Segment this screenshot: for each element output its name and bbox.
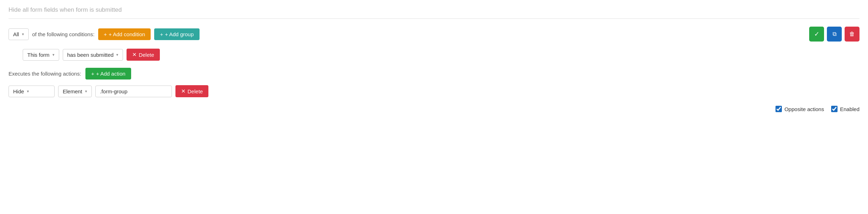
chevron-down-icon: ▾ — [116, 53, 118, 57]
opposite-actions-label[interactable]: Opposite actions — [775, 106, 824, 112]
copy-button[interactable]: ⧉ — [827, 27, 842, 42]
plus-icon-3: + — [91, 71, 94, 77]
delete-action-label: Delete — [187, 88, 203, 94]
operator-label: All — [13, 31, 19, 37]
trash-icon: 🗑 — [849, 31, 855, 37]
plus-icon-2: + — [160, 31, 163, 37]
action-type-dropdown[interactable]: Hide ▾ — [9, 86, 55, 97]
actions-label-row: Executes the following actions: + + Add … — [9, 68, 859, 79]
add-condition-button[interactable]: + + Add condition — [98, 28, 151, 40]
opposite-actions-checkbox[interactable] — [775, 106, 782, 112]
condition-predicate-label: has been submitted — [67, 52, 114, 58]
delete-rule-button[interactable]: 🗑 — [845, 27, 859, 42]
action-item: Hide ▾ Element ▾ ✕ Delete — [9, 85, 859, 97]
page-title: Hide all form fields when form is submit… — [9, 6, 859, 19]
chevron-down-icon: ▾ — [52, 53, 55, 57]
x-icon: ✕ — [132, 51, 137, 58]
x-icon-2: ✕ — [181, 88, 186, 94]
add-group-label: + Add group — [165, 31, 194, 37]
actions-label: Executes the following actions: — [9, 71, 81, 77]
chevron-down-icon: ▾ — [85, 89, 87, 94]
toolbar-buttons: ✓ ⧉ 🗑 — [809, 27, 859, 42]
conditions-label: of the following conditions: — [32, 31, 95, 37]
chevron-down-icon: ▾ — [22, 32, 24, 37]
condition-subject-dropdown[interactable]: This form ▾ — [23, 49, 59, 61]
delete-condition-button[interactable]: ✕ Delete — [127, 49, 159, 61]
enabled-text: Enabled — [840, 106, 859, 112]
opposite-actions-text: Opposite actions — [784, 106, 824, 112]
action-target-dropdown[interactable]: Element ▾ — [58, 86, 92, 97]
add-action-label: + Add action — [96, 71, 125, 77]
rule-editor: Hide all form fields when form is submit… — [0, 0, 868, 121]
check-icon: ✓ — [814, 30, 819, 38]
add-condition-label: + Add condition — [108, 31, 145, 37]
copy-icon: ⧉ — [833, 31, 836, 37]
delete-action-button[interactable]: ✕ Delete — [175, 85, 208, 97]
action-type-label: Hide — [13, 88, 24, 94]
action-target-label: Element — [63, 88, 82, 94]
plus-icon: + — [104, 31, 107, 37]
enabled-checkbox[interactable] — [831, 106, 838, 112]
delete-condition-label: Delete — [139, 52, 154, 58]
conditions-row: All ▾ of the following conditions: + + A… — [9, 27, 859, 42]
condition-predicate-dropdown[interactable]: has been submitted ▾ — [63, 49, 123, 61]
condition-item: This form ▾ has been submitted ▾ ✕ Delet… — [23, 49, 859, 61]
bottom-row: Opposite actions Enabled — [9, 106, 859, 112]
chevron-down-icon: ▾ — [27, 89, 29, 94]
confirm-button[interactable]: ✓ — [809, 27, 824, 42]
condition-subject-label: This form — [27, 52, 50, 58]
actions-section: Executes the following actions: + + Add … — [9, 68, 859, 97]
operator-dropdown[interactable]: All ▾ — [9, 28, 29, 40]
add-group-button[interactable]: + + Add group — [154, 28, 199, 40]
action-value-input[interactable] — [95, 86, 172, 97]
add-action-button[interactable]: + + Add action — [85, 68, 131, 79]
enabled-label[interactable]: Enabled — [831, 106, 859, 112]
